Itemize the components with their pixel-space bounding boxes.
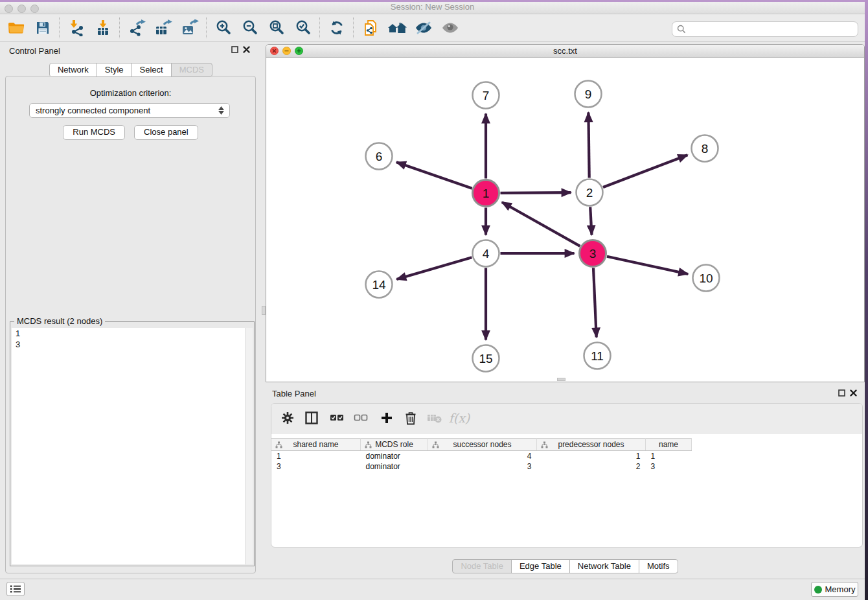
- node-4[interactable]: 4: [473, 240, 499, 267]
- add-column-button[interactable]: [376, 407, 398, 429]
- node-15[interactable]: 15: [473, 345, 499, 372]
- zoom-out-button[interactable]: [236, 16, 263, 40]
- result-scrollbar[interactable]: [245, 328, 253, 564]
- delete-table-button[interactable]: [424, 407, 446, 429]
- tab-edge-table[interactable]: Edge Table: [511, 559, 570, 573]
- home-button[interactable]: [383, 16, 410, 40]
- close-panel-button[interactable]: Close panel: [134, 125, 198, 140]
- network-canvas[interactable]: 7968124314101511: [266, 58, 864, 382]
- column-header-mcds-role[interactable]: MCDS role: [361, 439, 428, 451]
- export-network-button[interactable]: [123, 16, 150, 40]
- node-9[interactable]: 9: [575, 81, 602, 108]
- minimize-traffic-light-icon[interactable]: [17, 5, 26, 13]
- table-row[interactable]: 1dominator411: [271, 451, 692, 462]
- node-1[interactable]: 1: [473, 180, 499, 207]
- table-cell[interactable]: 3: [646, 461, 692, 472]
- export-table-button[interactable]: [150, 16, 176, 40]
- node-14[interactable]: 14: [366, 271, 393, 298]
- column-header-predecessor-nodes[interactable]: predecessor nodes: [537, 439, 646, 451]
- column-header-successor-nodes[interactable]: successor nodes: [428, 439, 537, 451]
- column-header-shared-name[interactable]: shared name: [271, 439, 361, 451]
- zoom-selected-button[interactable]: [290, 16, 316, 40]
- close-panel-icon[interactable]: [243, 46, 250, 53]
- edge-2-8[interactable]: [603, 155, 687, 187]
- edge-3-1[interactable]: [502, 202, 580, 246]
- network-minimize-icon[interactable]: [282, 47, 291, 55]
- edge-1-6[interactable]: [396, 162, 472, 188]
- network-close-icon[interactable]: [270, 47, 279, 55]
- memory-status-icon: [814, 586, 822, 594]
- criterion-select[interactable]: strongly connected component: [29, 103, 230, 118]
- function-icon: f(x): [449, 411, 470, 425]
- network-zoom-icon[interactable]: [295, 47, 303, 55]
- import-table-icon: [95, 19, 111, 36]
- node-6[interactable]: 6: [366, 143, 393, 170]
- node-10[interactable]: 10: [693, 265, 720, 292]
- table-cell[interactable]: dominator: [361, 451, 428, 462]
- table-cell[interactable]: 1: [271, 451, 361, 462]
- node-8[interactable]: 8: [692, 135, 718, 162]
- column-header-name[interactable]: name: [646, 439, 692, 451]
- import-network-button[interactable]: [63, 16, 89, 40]
- task-history-button[interactable]: [6, 582, 25, 596]
- tab-motifs[interactable]: Motifs: [639, 559, 678, 573]
- tab-mcds[interactable]: MCDS: [171, 63, 212, 77]
- tab-node-table[interactable]: Node Table: [452, 559, 512, 573]
- edge-2-9[interactable]: [588, 112, 589, 178]
- node-3[interactable]: 3: [580, 240, 606, 267]
- table-cell[interactable]: 4: [428, 451, 537, 462]
- edge-3-10[interactable]: [607, 257, 688, 274]
- table-cell[interactable]: dominator: [361, 461, 428, 472]
- network-resize-handle[interactable]: [557, 378, 565, 381]
- tab-select[interactable]: Select: [131, 63, 172, 77]
- network-window-titlebar[interactable]: scc.txt: [266, 45, 864, 58]
- mcds-tab-content: Optimization criterion: strongly connect…: [5, 76, 256, 573]
- memory-button[interactable]: Memory: [811, 582, 858, 597]
- export-image-button[interactable]: [176, 16, 203, 40]
- edge-3-11[interactable]: [593, 268, 597, 337]
- run-mcds-button[interactable]: Run MCDS: [63, 125, 125, 140]
- node-7[interactable]: 7: [473, 82, 499, 109]
- table-cell[interactable]: 3: [428, 461, 537, 472]
- table-cell[interactable]: 2: [537, 461, 646, 472]
- float-panel-icon[interactable]: [231, 46, 238, 53]
- select-all-button[interactable]: [326, 407, 348, 429]
- search-field[interactable]: [672, 21, 858, 37]
- save-session-button[interactable]: [29, 16, 56, 40]
- table-cell[interactable]: 3: [271, 461, 361, 472]
- zoom-in-button[interactable]: [210, 16, 236, 40]
- mcds-result-area[interactable]: 1 3: [12, 328, 253, 564]
- edge-2-3[interactable]: [590, 207, 591, 235]
- node-label: 15: [479, 352, 492, 365]
- close-table-panel-icon[interactable]: [850, 389, 857, 397]
- edge-4-14[interactable]: [396, 257, 472, 279]
- zoom-traffic-light-icon[interactable]: [30, 5, 39, 13]
- tab-network[interactable]: Network: [49, 63, 97, 77]
- deselect-all-button[interactable]: [350, 407, 372, 429]
- delete-column-button[interactable]: [400, 407, 422, 429]
- table-cell[interactable]: 1: [646, 451, 692, 462]
- tab-network-table[interactable]: Network Table: [569, 559, 639, 573]
- show-columns-button[interactable]: [301, 407, 323, 429]
- duplicate-network-button[interactable]: [357, 16, 383, 40]
- search-input[interactable]: [686, 24, 858, 35]
- fit-content-button[interactable]: [263, 16, 290, 40]
- node-label: 14: [372, 278, 386, 292]
- edge-1-2[interactable]: [500, 192, 571, 193]
- table-cell[interactable]: 1: [537, 451, 646, 462]
- float-table-panel-icon[interactable]: [838, 389, 845, 397]
- node-11[interactable]: 11: [584, 343, 611, 369]
- table-settings-button[interactable]: [277, 407, 299, 429]
- function-builder-button[interactable]: f(x): [448, 407, 470, 429]
- open-session-button[interactable]: [3, 16, 29, 40]
- column-scope-icon: [432, 441, 439, 448]
- import-table-button[interactable]: [89, 16, 116, 40]
- show-all-button[interactable]: [437, 16, 463, 40]
- refresh-button[interactable]: [323, 16, 350, 40]
- close-traffic-light-icon[interactable]: [5, 5, 13, 13]
- hide-selected-button[interactable]: [410, 16, 437, 40]
- tab-style[interactable]: Style: [97, 63, 132, 77]
- table-row[interactable]: 3dominator323: [271, 461, 692, 472]
- node-2[interactable]: 2: [577, 179, 603, 206]
- node-table[interactable]: shared nameMCDS rolesuccessor nodesprede…: [271, 438, 692, 472]
